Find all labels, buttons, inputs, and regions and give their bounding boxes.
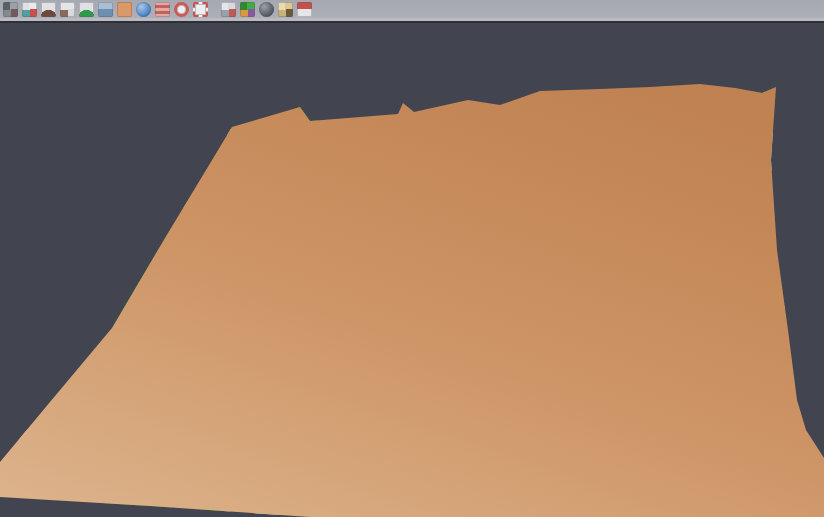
toolbar <box>0 0 824 21</box>
mountain-icon[interactable] <box>41 2 56 17</box>
ortho-tile-icon[interactable] <box>117 2 132 17</box>
render-sphere-icon[interactable] <box>259 2 274 17</box>
app-window <box>0 0 824 517</box>
noise-filter-icon[interactable] <box>3 2 18 17</box>
classification-icon[interactable] <box>240 2 255 17</box>
raster-export-icon[interactable] <box>221 2 236 17</box>
globe-icon[interactable] <box>136 2 151 17</box>
mesh-quality-icon[interactable] <box>278 2 293 17</box>
terrain-wizard-icon[interactable] <box>79 2 94 17</box>
viewport-3d[interactable] <box>0 0 824 517</box>
layer-remove-icon[interactable] <box>297 2 312 17</box>
scalar-list-icon[interactable] <box>155 2 170 17</box>
crop-box-icon[interactable] <box>193 2 208 17</box>
side-panel-icon[interactable] <box>98 2 113 17</box>
circle-tool-icon[interactable] <box>174 2 189 17</box>
subsample-icon[interactable] <box>60 2 75 17</box>
align-point-pairs-icon[interactable] <box>22 2 37 17</box>
